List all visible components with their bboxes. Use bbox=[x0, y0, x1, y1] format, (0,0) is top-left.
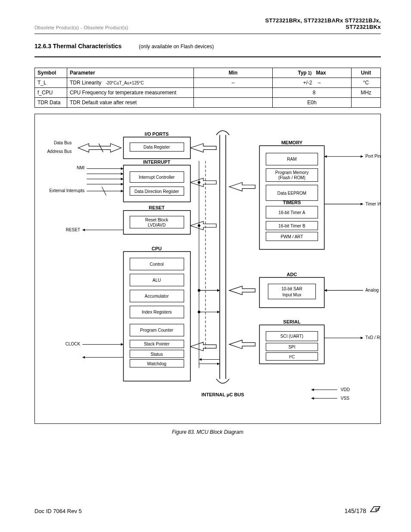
section-note: (only available on Flash devices) bbox=[139, 44, 214, 50]
vendor: 145/178 ST bbox=[344, 506, 381, 516]
cell-unit: MHz bbox=[352, 88, 381, 98]
svg-text:Timer I/O: Timer I/O bbox=[365, 202, 380, 206]
double-arrow-icon bbox=[190, 221, 216, 230]
svg-text:ADC: ADC bbox=[287, 272, 297, 277]
block-port: I/O PORTS Data Register bbox=[124, 131, 190, 159]
cell-typ: E0h bbox=[273, 98, 352, 108]
block-diagram: INTERNAL µC BUS Data Bus Address Bus bbox=[34, 114, 381, 424]
label-reset-pin: RESET bbox=[66, 227, 80, 232]
svg-text:Reset Block: Reset Block bbox=[145, 218, 168, 222]
double-arrow-icon bbox=[190, 178, 216, 187]
svg-point-83 bbox=[198, 224, 200, 227]
svg-text:Interrupt Controller: Interrupt Controller bbox=[139, 175, 175, 180]
svg-text:16-bit Timer B: 16-bit Timer B bbox=[278, 224, 305, 228]
svg-text:RAM: RAM bbox=[287, 157, 296, 162]
doc-ref: Doc ID 7064 Rev 5 bbox=[34, 508, 82, 514]
cell-param: CPU Frequency for temperature measuremen… bbox=[67, 88, 193, 98]
label-addr-bus: Address Bus bbox=[47, 149, 72, 154]
svg-text:I/O PORTS: I/O PORTS bbox=[145, 131, 169, 137]
cell-symbol: T_L bbox=[35, 78, 67, 88]
svg-text:(Flash / ROM): (Flash / ROM) bbox=[278, 175, 305, 180]
cell-symbol: TDR Data bbox=[35, 98, 67, 108]
svg-text:Data EEPROM: Data EEPROM bbox=[277, 191, 306, 196]
cell-min: – bbox=[194, 78, 273, 88]
svg-text:INTERRUPT: INTERRUPT bbox=[143, 159, 170, 165]
svg-text:Watchdog: Watchdog bbox=[147, 361, 166, 366]
label-nmi: NMI bbox=[77, 165, 84, 170]
svg-text:I²C: I²C bbox=[289, 355, 295, 359]
block-diagram-svg: INTERNAL µC BUS Data Bus Address Bus bbox=[35, 114, 380, 423]
svg-text:Stack Pointer: Stack Pointer bbox=[144, 342, 170, 346]
cell-typ: 8 bbox=[273, 88, 352, 98]
svg-text:RESET: RESET bbox=[149, 205, 165, 210]
svg-text:Data Direction Register: Data Direction Register bbox=[134, 189, 179, 194]
internal-bus: INTERNAL µC BUS bbox=[202, 131, 244, 397]
svg-point-82 bbox=[198, 181, 200, 184]
table-body: T_L TDR Linearity -20°C≤T_A≤+125°C – +/-… bbox=[35, 78, 381, 108]
figure-caption: Figure 83. MCU Block Diagram bbox=[34, 429, 381, 435]
block-serial: SERIAL SCI (UART) SPI I²C bbox=[259, 319, 324, 364]
page: Obsolete Product(s) - Obsolete Product(s… bbox=[0, 0, 411, 532]
svg-text:Analog Inputs: Analog Inputs bbox=[365, 288, 380, 292]
svg-text:Accumulator: Accumulator bbox=[145, 294, 169, 299]
svg-text:Status: Status bbox=[151, 352, 163, 357]
svg-text:SPI: SPI bbox=[288, 345, 295, 349]
th-param: Parameter bbox=[67, 68, 193, 78]
svg-text:10-bit SAR: 10-bit SAR bbox=[281, 286, 302, 291]
svg-text:Program Memory: Program Memory bbox=[275, 170, 308, 175]
table-header-row-1: Symbol Parameter Min Typ 1) Max Unit bbox=[35, 68, 381, 78]
page-num: 145/178 bbox=[344, 507, 366, 514]
cell-param: TDR Linearity -20°C≤T_A≤+125°C bbox=[67, 78, 193, 88]
header-rule bbox=[34, 34, 381, 34]
block-reset: RESET Reset Block LVD/AVD bbox=[124, 205, 190, 234]
svg-text:MEMORY: MEMORY bbox=[281, 140, 303, 145]
cell-symbol: f_CPU bbox=[35, 88, 67, 98]
page-header: Obsolete Product(s) - Obsolete Product(s… bbox=[34, 17, 381, 30]
svg-text:SERIAL: SERIAL bbox=[283, 319, 301, 324]
svg-rect-5 bbox=[124, 165, 190, 202]
section-title: 12.6.3 Thermal Characteristics bbox=[34, 43, 121, 50]
double-arrow-icon bbox=[190, 143, 216, 152]
double-arrow-icon bbox=[229, 286, 255, 295]
svg-text:CLOCK: CLOCK bbox=[65, 342, 81, 346]
svg-text:Program Counter: Program Counter bbox=[140, 328, 173, 333]
footer: Doc ID 7064 Rev 5 145/178 ST bbox=[34, 506, 381, 516]
table-row: TDR Data TDR Default value after reset E… bbox=[35, 98, 381, 108]
section-rule bbox=[34, 56, 381, 57]
cell-param: TDR Default value after reset bbox=[67, 98, 193, 108]
th-symbol: Symbol bbox=[35, 68, 67, 78]
th-typ: Typ 1) Max bbox=[273, 68, 352, 78]
svg-text:LVD/AVD: LVD/AVD bbox=[148, 223, 165, 227]
cell-unit: °C bbox=[352, 78, 381, 88]
double-arrow-icon bbox=[229, 340, 255, 348]
cell-min bbox=[194, 98, 273, 108]
label-vdd: VDD bbox=[341, 387, 350, 392]
svg-text:TIMERS: TIMERS bbox=[283, 200, 301, 205]
block-cpu: CPU Control ALU Accumulator Index Regist… bbox=[124, 246, 190, 381]
block-memory: MEMORY RAM Program Memory (Flash / ROM) … bbox=[259, 140, 324, 249]
cell-typ: +/-2 – bbox=[273, 78, 352, 88]
double-arrow-icon bbox=[190, 342, 216, 351]
label-extint: External Interrupts bbox=[49, 188, 84, 193]
obsolete-rail: Obsolete Product(s) - Obsolete Product(s… bbox=[34, 25, 128, 30]
cell-unit bbox=[352, 98, 381, 108]
svg-text:16-bit Timer A: 16-bit Timer A bbox=[279, 210, 305, 215]
table-head: Symbol Parameter Min Typ 1) Max Unit bbox=[35, 68, 381, 78]
vendor-logo: ST bbox=[370, 506, 381, 516]
double-arrow-icon bbox=[229, 183, 255, 191]
svg-text:Port Pins: Port Pins bbox=[365, 154, 380, 159]
label-vss: VSS bbox=[341, 396, 349, 401]
svg-text:TxD / RxD: TxD / RxD bbox=[365, 335, 380, 340]
svg-text:ALU: ALU bbox=[153, 278, 161, 283]
svg-text:Data Register: Data Register bbox=[143, 145, 170, 149]
cell-min bbox=[194, 88, 273, 98]
internal-nets bbox=[198, 161, 220, 368]
svg-text:CPU: CPU bbox=[152, 246, 162, 251]
svg-text:Control: Control bbox=[150, 262, 164, 267]
ext-bus-arrow bbox=[78, 143, 121, 152]
svg-text:Input Mux: Input Mux bbox=[282, 292, 301, 297]
block-interrupt: INTERRUPT Interrupt Controller Data Dire… bbox=[124, 159, 190, 202]
product-name: ST72321BRx, ST72321BARx ST72321BJx, ST72… bbox=[242, 17, 381, 30]
section-title-row: 12.6.3 Thermal Characteristics (only ava… bbox=[34, 43, 381, 50]
block-adc: ADC 10-bit SAR Input Mux bbox=[259, 272, 324, 308]
